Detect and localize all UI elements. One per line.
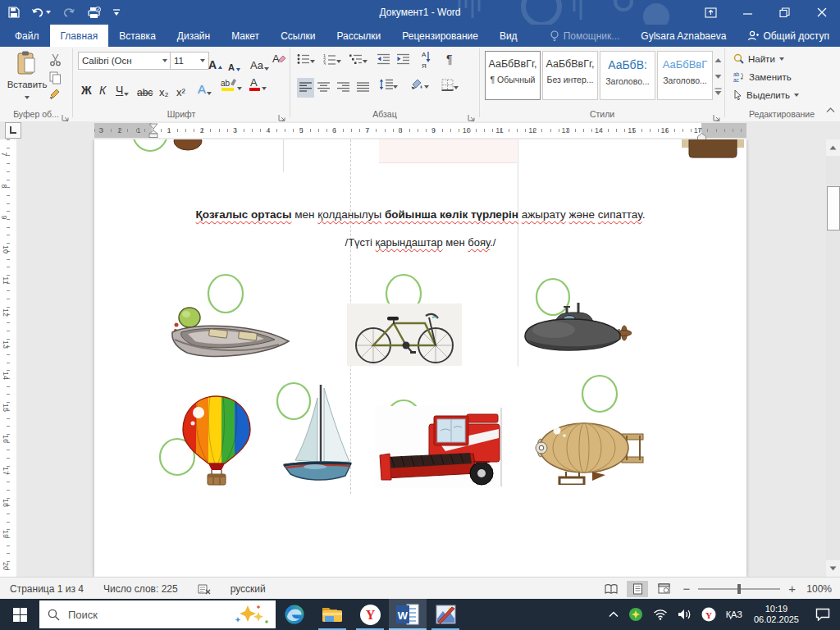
doc-text-segment[interactable]: ./ xyxy=(490,236,495,249)
tray-wifi-icon[interactable] xyxy=(648,599,673,630)
copy-icon[interactable] xyxy=(49,71,62,88)
shrink-font-icon[interactable]: A xyxy=(226,54,243,72)
bold-button[interactable]: Ж xyxy=(80,78,94,96)
web-layout-icon[interactable] xyxy=(653,581,674,597)
grow-font-icon[interactable]: A xyxy=(207,52,225,71)
word-count[interactable]: Число слов: 225 xyxy=(94,583,188,595)
style-no-spacing[interactable]: АаБбВвГг, Без интер... xyxy=(542,51,598,100)
tab-review[interactable]: Рецензирование xyxy=(391,25,489,47)
share-button[interactable]: Общий доступ xyxy=(737,25,840,47)
tray-expand-icon[interactable] xyxy=(604,599,623,630)
restore-icon[interactable] xyxy=(766,0,803,25)
styles-dialog-launcher[interactable] xyxy=(713,110,721,118)
doc-text-segment[interactable]: бояу xyxy=(468,236,490,249)
clear-formatting-icon[interactable]: A xyxy=(272,52,286,68)
italic-button[interactable]: К xyxy=(98,78,107,96)
increase-indent-icon[interactable] xyxy=(397,53,410,68)
clock[interactable]: 10:19 06.02.2025 xyxy=(747,604,806,625)
underline-button[interactable]: Ч xyxy=(114,78,130,96)
answer-circle[interactable] xyxy=(130,139,170,153)
start-button[interactable] xyxy=(0,599,39,630)
align-right-icon[interactable] xyxy=(337,80,349,95)
highlight-color-icon[interactable]: ab xyxy=(221,78,242,95)
vertical-ruler[interactable]: 7891011121314151617181920 xyxy=(0,139,16,577)
language-indicator[interactable]: русский xyxy=(221,583,276,595)
justify-icon[interactable] xyxy=(357,80,369,95)
superscript-button[interactable]: x² xyxy=(175,80,187,98)
style-heading2[interactable]: АаБбВвГ Заголово... xyxy=(657,51,713,100)
tab-home[interactable]: Главная xyxy=(50,25,109,47)
save-icon[interactable] xyxy=(8,7,20,18)
subscript-button[interactable]: x₂ xyxy=(158,80,171,98)
select-button[interactable]: Выделить xyxy=(733,89,799,100)
multilevel-list-icon[interactable] xyxy=(349,53,368,68)
doc-subtitle[interactable]: /Түсті қарындаштар мен бояу./ xyxy=(127,236,714,249)
undo-icon[interactable] xyxy=(31,7,51,18)
doc-text-segment[interactable]: Қозғалыс ортасы xyxy=(196,208,292,221)
ribbon-display-options-icon[interactable] xyxy=(692,0,729,25)
tab-assistant[interactable]: Помощник... xyxy=(539,25,631,47)
styles-scroll-up-icon[interactable] xyxy=(714,52,722,66)
align-left-icon[interactable] xyxy=(297,78,314,98)
format-painter-icon[interactable] xyxy=(49,88,62,104)
numbering-icon[interactable]: 123 xyxy=(323,53,341,68)
cropped-image-fragment[interactable] xyxy=(171,139,204,151)
font-name-combo[interactable]: Calibri (Осн xyxy=(78,52,171,70)
align-center-icon[interactable] xyxy=(317,80,330,95)
doc-text-segment[interactable]: ажырату xyxy=(522,208,566,221)
style-normal[interactable]: АаБбВвГг, ¶ Обычный xyxy=(485,51,541,100)
style-heading1[interactable]: АаБбВ: Заголово... xyxy=(600,51,655,100)
customize-qat-icon[interactable] xyxy=(112,7,121,17)
first-line-indent-marker[interactable] xyxy=(148,123,158,141)
close-icon[interactable] xyxy=(803,0,840,25)
tray-volume-icon[interactable] xyxy=(673,599,696,630)
tray-antivirus-icon[interactable] xyxy=(623,599,648,630)
text-effects-icon[interactable]: А xyxy=(196,77,213,95)
zoom-level[interactable]: 100% xyxy=(804,583,832,595)
taskbar-edge-icon[interactable] xyxy=(276,599,313,630)
borders-icon[interactable] xyxy=(441,79,459,94)
taskbar-yandex-icon[interactable]: Y xyxy=(351,599,389,630)
motorboat-image[interactable] xyxy=(168,304,293,363)
print-preview-icon[interactable] xyxy=(87,7,101,19)
styles-gallery-more-icon[interactable] xyxy=(714,84,722,99)
doc-text-segment[interactable]: және xyxy=(569,208,596,221)
scroll-down-icon[interactable] xyxy=(826,560,840,577)
doc-text-segment[interactable]: қарындаштар xyxy=(376,236,443,249)
zoom-in-icon[interactable]: + xyxy=(785,582,799,596)
decrease-indent-icon[interactable] xyxy=(377,53,390,68)
clipboard-dialog-launcher[interactable] xyxy=(62,110,70,118)
pilcrow-icon[interactable]: ¶ xyxy=(446,52,453,66)
tray-yandex-icon[interactable]: Y xyxy=(696,599,721,630)
zoom-slider[interactable] xyxy=(698,588,780,590)
tab-mailings[interactable]: Рассылки xyxy=(326,25,391,47)
doc-text-segment[interactable]: қолданылуы xyxy=(317,208,381,221)
proofing-status-icon[interactable] xyxy=(188,583,221,595)
answer-circle[interactable] xyxy=(581,374,619,414)
tab-layout[interactable]: Макет xyxy=(221,25,270,47)
collapse-ribbon-icon[interactable] xyxy=(826,102,835,116)
doc-text-segment[interactable]: бойынша көлік түрлерін xyxy=(385,208,518,221)
change-case-icon[interactable]: Aa xyxy=(249,52,271,71)
account-name[interactable]: Gylsara Aznabaeva xyxy=(630,25,737,47)
tab-file[interactable]: Файл xyxy=(0,25,50,47)
paragraph-dialog-launcher[interactable] xyxy=(468,110,476,118)
taskbar-explorer-icon[interactable] xyxy=(313,599,351,630)
read-mode-icon[interactable] xyxy=(600,581,622,597)
redo-icon[interactable] xyxy=(62,7,75,18)
tab-selector[interactable] xyxy=(5,122,21,139)
scrollbar-thumb[interactable] xyxy=(827,186,840,231)
font-dialog-launcher[interactable] xyxy=(278,110,286,118)
font-color-icon[interactable]: А xyxy=(249,76,267,95)
line-spacing-icon[interactable] xyxy=(379,79,398,94)
doc-text-segment[interactable]: мен xyxy=(443,236,468,249)
find-button[interactable]: Найти xyxy=(733,53,784,64)
sort-icon[interactable]: АЯ xyxy=(422,52,431,70)
bullets-icon[interactable] xyxy=(297,53,315,68)
paste-button[interactable]: Вставить xyxy=(7,51,48,102)
tab-insert[interactable]: Вставка xyxy=(108,25,167,47)
language-switcher[interactable]: ҚАЗ xyxy=(721,599,747,630)
font-size-combo[interactable]: 11 xyxy=(170,52,209,70)
strikethrough-button[interactable]: abc xyxy=(135,80,154,98)
zoom-slider-thumb[interactable] xyxy=(737,584,741,594)
